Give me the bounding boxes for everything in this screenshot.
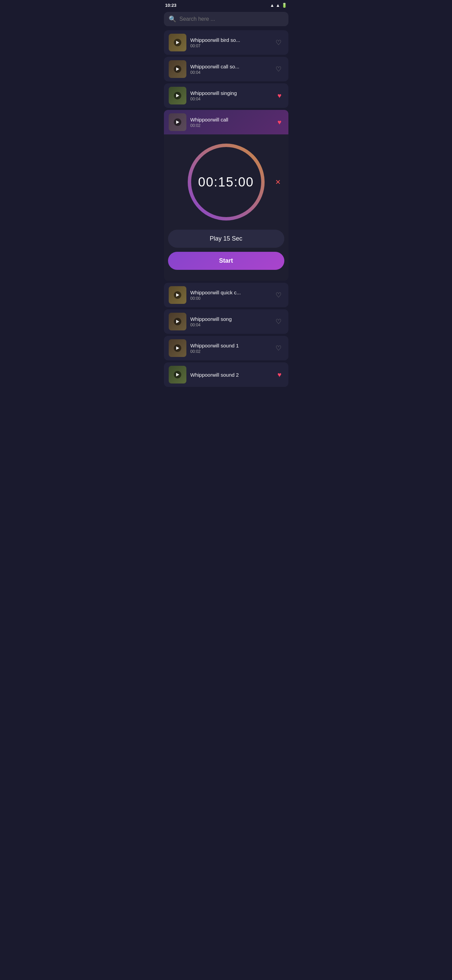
heart-icon: ♡ xyxy=(276,291,282,299)
status-icons: ▲ ▲ 🔋 xyxy=(270,3,287,8)
play-icon xyxy=(174,65,181,73)
sound-duration: 00:04 xyxy=(190,97,271,102)
heart-icon: ♥ xyxy=(278,118,282,126)
search-input[interactable] xyxy=(179,16,284,22)
thumbnail-image xyxy=(169,34,186,51)
sound-list-bottom: Whippoorwill quick c... 00:00 ♡ Whippoor… xyxy=(160,283,292,387)
play-icon xyxy=(174,371,181,379)
list-item[interactable]: Whippoorwill bird so... 00:07 ♡ xyxy=(164,30,289,55)
sound-list-top: Whippoorwill bird so... 00:07 ♡ Whippoor… xyxy=(160,30,292,108)
thumbnail-image xyxy=(169,286,186,304)
play-icon xyxy=(174,291,181,299)
thumbnail xyxy=(169,366,186,383)
sound-info: Whippoorwill singing 00:04 xyxy=(190,90,271,102)
sound-title: Whippoorwill quick c... xyxy=(190,290,270,295)
player-panel: 00:15:00 ✕ Play 15 Sec Start xyxy=(164,134,289,281)
favorite-button[interactable]: ♡ xyxy=(273,63,284,75)
search-icon: 🔍 xyxy=(169,15,176,23)
signal-icon: ▲ xyxy=(276,3,280,8)
thumbnail-image xyxy=(169,113,186,131)
sound-title: Whippoorwill singing xyxy=(190,90,271,96)
thumbnail-image xyxy=(169,313,186,331)
sound-duration: 00:04 xyxy=(190,323,270,327)
timer-circle-container: 00:15:00 ✕ xyxy=(164,141,289,223)
sound-title: Whippoorwill call so... xyxy=(190,64,270,69)
sound-info: Whippoorwill call so... 00:04 xyxy=(190,64,270,75)
sound-duration: 00:07 xyxy=(190,43,270,48)
favorite-button[interactable]: ♥ xyxy=(276,369,284,381)
thumbnail xyxy=(169,113,186,131)
heart-icon: ♡ xyxy=(276,65,282,73)
favorite-button[interactable]: ♡ xyxy=(273,289,284,301)
sound-title: Whippoorwill sound 1 xyxy=(190,343,270,348)
favorite-button[interactable]: ♥ xyxy=(276,90,284,102)
list-item[interactable]: Whippoorwill call so... 00:04 ♡ xyxy=(164,57,289,81)
status-bar: 10:23 ▲ ▲ 🔋 xyxy=(160,0,292,9)
thumbnail xyxy=(169,87,186,105)
sound-info: Whippoorwill song 00:04 xyxy=(190,316,270,327)
sound-info: Whippoorwill quick c... 00:00 xyxy=(190,290,270,301)
sound-duration: 00:00 xyxy=(190,296,270,301)
start-button[interactable]: Start xyxy=(168,252,284,270)
favorite-button[interactable]: ♡ xyxy=(273,315,284,328)
thumbnail-image xyxy=(169,366,186,383)
play-icon xyxy=(174,92,181,99)
list-item[interactable]: Whippoorwill sound 2 ♥ xyxy=(164,363,289,387)
play-icon xyxy=(174,118,181,126)
sound-info: Whippoorwill call 00:02 xyxy=(190,117,271,128)
list-item[interactable]: Whippoorwill song 00:04 ♡ xyxy=(164,309,289,334)
thumbnail xyxy=(169,313,186,331)
list-item[interactable]: Whippoorwill quick c... 00:00 ♡ xyxy=(164,283,289,307)
sound-duration: 00:02 xyxy=(190,349,270,354)
play-15-sec-button[interactable]: Play 15 Sec xyxy=(168,230,284,248)
timer-circle: 00:15:00 xyxy=(186,141,267,223)
timer-display: 00:15:00 xyxy=(198,175,254,189)
sound-duration: 00:04 xyxy=(190,70,270,75)
sound-info: Whippoorwill sound 2 xyxy=(190,372,271,378)
favorite-button[interactable]: ♡ xyxy=(273,37,284,49)
play-icon xyxy=(174,344,181,352)
sound-duration: 00:02 xyxy=(190,123,271,128)
close-icon: ✕ xyxy=(275,178,281,186)
thumbnail-image xyxy=(169,60,186,78)
thumbnail xyxy=(169,339,186,357)
sound-title: Whippoorwill sound 2 xyxy=(190,372,271,378)
status-time: 10:23 xyxy=(165,3,176,8)
search-bar[interactable]: 🔍 xyxy=(164,12,289,26)
battery-icon: 🔋 xyxy=(282,3,287,8)
sound-title: Whippoorwill call xyxy=(190,117,271,123)
thumbnail xyxy=(169,60,186,78)
active-sound-container: Whippoorwill call 00:02 ♥ xyxy=(160,110,292,281)
heart-icon: ♡ xyxy=(276,344,282,352)
sound-title: Whippoorwill bird so... xyxy=(190,37,270,43)
thumbnail-image xyxy=(169,87,186,105)
sound-info: Whippoorwill sound 1 00:02 xyxy=(190,343,270,354)
play-icon xyxy=(174,39,181,46)
thumbnail xyxy=(169,286,186,304)
heart-icon: ♡ xyxy=(276,38,282,47)
heart-icon: ♥ xyxy=(278,92,282,100)
favorite-button[interactable]: ♥ xyxy=(276,116,284,128)
thumbnail-image xyxy=(169,339,186,357)
active-list-item[interactable]: Whippoorwill call 00:02 ♥ xyxy=(164,110,289,134)
favorite-button[interactable]: ♡ xyxy=(273,342,284,354)
sound-info: Whippoorwill bird so... 00:07 xyxy=(190,37,270,48)
list-item[interactable]: Whippoorwill singing 00:04 ♥ xyxy=(164,83,289,108)
close-button[interactable]: ✕ xyxy=(271,175,285,189)
thumbnail xyxy=(169,34,186,51)
play-icon xyxy=(174,318,181,325)
heart-icon: ♥ xyxy=(278,371,282,379)
sound-title: Whippoorwill song xyxy=(190,316,270,322)
wifi-icon: ▲ xyxy=(270,3,274,8)
heart-icon: ♡ xyxy=(276,318,282,326)
list-item[interactable]: Whippoorwill sound 1 00:02 ♡ xyxy=(164,336,289,360)
